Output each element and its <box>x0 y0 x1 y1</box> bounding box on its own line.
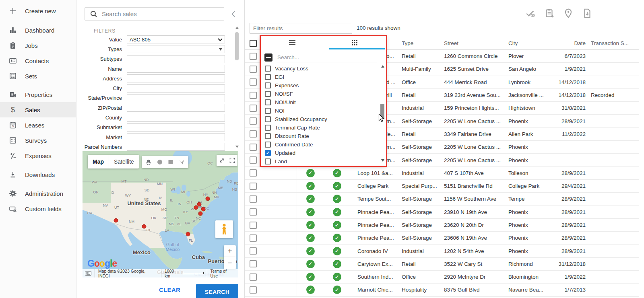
table-row[interactable]: ✓ ✓ Pinnacle Pea... Self-Storage 23910 N… <box>245 206 639 219</box>
select-all-columns-checkbox[interactable] <box>264 53 272 62</box>
column-option-checkbox[interactable]: ✓ <box>265 142 271 148</box>
filter-input[interactable] <box>127 104 225 112</box>
map-button[interactable]: Map <box>88 155 109 169</box>
filter-input[interactable] <box>127 123 225 132</box>
search-sales-input[interactable] <box>102 10 224 17</box>
fullscreen-icon[interactable] <box>227 155 237 166</box>
select-all-checkbox[interactable] <box>250 40 257 47</box>
sidebar-item-sales[interactable]: $ Sales <box>0 102 76 117</box>
table-row[interactable]: ✓ ✓ Pinnacle Pea... Self-Storage 23620 N… <box>245 219 639 232</box>
scroll-down-icon[interactable] <box>235 146 239 148</box>
row-checkbox[interactable] <box>250 78 257 86</box>
export-file-icon[interactable] <box>582 8 592 18</box>
row-checkbox[interactable] <box>250 117 257 125</box>
street-view-pegman-icon[interactable] <box>215 220 233 238</box>
column-option[interactable]: ✓ NOI/SF <box>261 90 378 98</box>
column-option-checkbox[interactable]: ✓ <box>265 82 271 88</box>
column-option[interactable]: ✓ NOI/Unit <box>261 98 378 107</box>
map-marker-icon[interactable] <box>114 218 118 223</box>
sidebar-item-administration[interactable]: Administration <box>0 186 76 201</box>
table-row[interactable]: ✓ ✓ Southern Ind... Office 2920 McIntyre… <box>245 271 639 284</box>
type-column-header[interactable]: Type <box>402 40 444 46</box>
column-option-checkbox[interactable]: ✓ <box>265 108 271 114</box>
list-view-tab[interactable] <box>261 36 324 49</box>
scrollbar-thumb[interactable] <box>380 104 384 119</box>
column-option[interactable]: ✓ Updated <box>261 149 378 157</box>
column-search-input[interactable] <box>277 53 377 62</box>
row-checkbox[interactable] <box>250 66 257 73</box>
column-option[interactable]: ✓ EGI <box>261 73 378 81</box>
filter-input[interactable] <box>127 74 225 82</box>
filter-input[interactable]: ASC 805 <box>127 35 225 43</box>
scrollbar-thumb[interactable] <box>235 32 239 60</box>
row-checkbox[interactable] <box>250 105 257 112</box>
column-option[interactable]: ✓ Discount Rate <box>261 132 378 140</box>
map-marker-icon[interactable] <box>206 197 210 201</box>
sidebar-item-downloads[interactable]: Downloads <box>0 167 76 182</box>
table-row[interactable]: ✓ ✓ Carytown Ex... Retail 3522 W Cary St… <box>245 258 639 271</box>
sidebar-item-contacts[interactable]: Contacts <box>0 53 76 68</box>
status-column-header[interactable]: Transaction S... <box>591 40 639 46</box>
filter-input[interactable] <box>127 143 225 151</box>
rectangle-tool-icon[interactable] <box>165 156 176 168</box>
sidebar-item-leases[interactable]: $ Leases <box>0 117 76 133</box>
sidebar-item-sets[interactable]: Sets <box>0 68 76 84</box>
sidebar-item-create-new[interactable]: Create new <box>0 3 76 18</box>
sidebar-item-dashboard[interactable]: Dashboard <box>0 23 76 38</box>
table-row[interactable]: ✓ ✓ Coronado IV Industrial 1202 N 54th A… <box>245 245 639 257</box>
column-option[interactable]: ✓ Stabilized Occupancy <box>261 115 378 123</box>
column-option-checkbox[interactable]: ✓ <box>265 133 271 139</box>
row-checkbox[interactable] <box>250 169 257 177</box>
row-checkbox[interactable] <box>250 195 257 203</box>
collapse-panel-button[interactable] <box>231 9 240 19</box>
column-option-checkbox[interactable]: ✓ <box>265 150 271 156</box>
row-checkbox[interactable] <box>250 156 257 164</box>
sidebar-item-custom-fields[interactable]: Custom fields <box>0 201 76 216</box>
map-marker-icon[interactable] <box>142 224 147 229</box>
row-checkbox[interactable] <box>250 183 257 190</box>
table-row[interactable]: ✓ ✓ Marriott Chic... Hospitality 8375 Gu… <box>245 284 639 296</box>
column-option-checkbox[interactable]: ✓ <box>265 158 271 164</box>
expand-icon[interactable] <box>217 155 227 166</box>
sidebar-item-expenses[interactable]: Expenses <box>0 148 76 163</box>
pan-hand-icon[interactable] <box>143 156 154 168</box>
scroll-up-icon[interactable] <box>381 65 384 68</box>
zoom-out-button[interactable]: − <box>224 257 236 269</box>
row-checkbox[interactable] <box>250 144 257 151</box>
map-marker-icon[interactable] <box>201 207 206 212</box>
sidebar-item-properties[interactable]: Properties <box>0 87 76 102</box>
column-option-checkbox[interactable]: ✓ <box>265 116 271 122</box>
row-checkbox[interactable] <box>250 260 257 267</box>
terms-of-use-link[interactable]: Terms of Use <box>207 269 238 278</box>
table-row[interactable]: ✓ ✓ College Park Special Purp... 5151 Br… <box>245 180 639 193</box>
table-row[interactable]: ✓ ✓ Loop 101 &a... Industrial 407 S 107t… <box>245 167 639 180</box>
row-checkbox[interactable] <box>250 92 257 99</box>
filter-input[interactable] <box>127 84 225 92</box>
filter-input[interactable] <box>127 45 225 53</box>
column-option-checkbox[interactable]: ✓ <box>265 66 271 72</box>
column-option-checkbox[interactable]: ✓ <box>265 91 271 97</box>
map-marker-icon[interactable] <box>198 212 203 216</box>
satellite-button[interactable]: Satellite <box>109 155 139 169</box>
clipboard-add-icon[interactable] <box>544 8 555 18</box>
filter-results-input[interactable] <box>250 23 352 34</box>
row-checkbox[interactable] <box>250 234 257 242</box>
column-option-checkbox[interactable]: ✓ <box>265 74 271 80</box>
filter-input[interactable] <box>127 133 225 141</box>
column-grid-tab[interactable] <box>324 36 386 49</box>
circle-tool-icon[interactable] <box>154 156 165 168</box>
map-pin-icon[interactable] <box>563 8 574 18</box>
row-checkbox[interactable] <box>250 208 257 216</box>
table-row[interactable]: ✓ ✓ Pinnacle Pea... Self-Storage 23606 N… <box>245 232 639 245</box>
filter-input[interactable] <box>127 94 225 102</box>
column-option[interactable]: ✓ Confirmed Date <box>261 140 378 149</box>
map-marker-icon[interactable] <box>186 232 190 236</box>
filter-input[interactable] <box>127 114 225 122</box>
clear-button[interactable]: CLEAR <box>159 286 180 293</box>
filter-input[interactable] <box>127 65 225 73</box>
map[interactable]: WAMTNDMNWIMIORIDWYSDNEIAILINOHPANYNHMAME… <box>83 151 238 277</box>
filter-input[interactable] <box>127 55 225 63</box>
scroll-down-icon[interactable] <box>381 159 384 162</box>
column-option[interactable]: ✓ Expenses <box>261 81 378 90</box>
street-column-header[interactable]: Street <box>444 40 508 46</box>
